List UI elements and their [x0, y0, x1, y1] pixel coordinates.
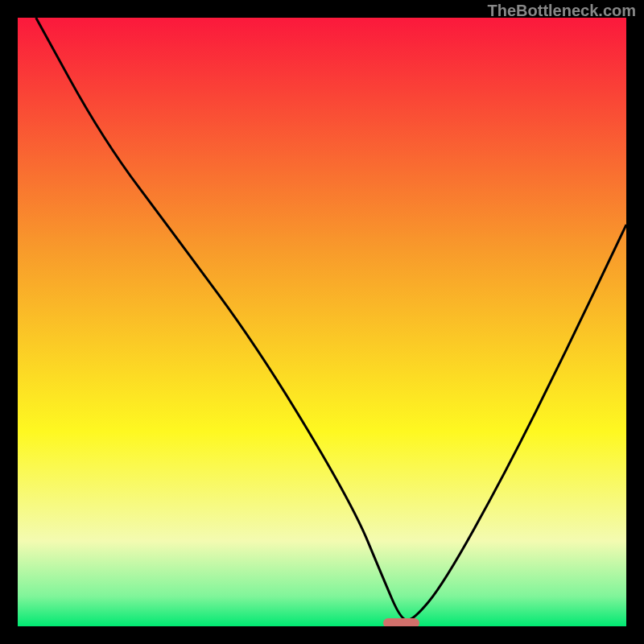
chart-plot-area	[18, 18, 626, 626]
watermark-text: TheBottleneck.com	[488, 2, 636, 20]
bottleneck-marker	[383, 618, 419, 626]
chart-curve	[18, 18, 626, 626]
